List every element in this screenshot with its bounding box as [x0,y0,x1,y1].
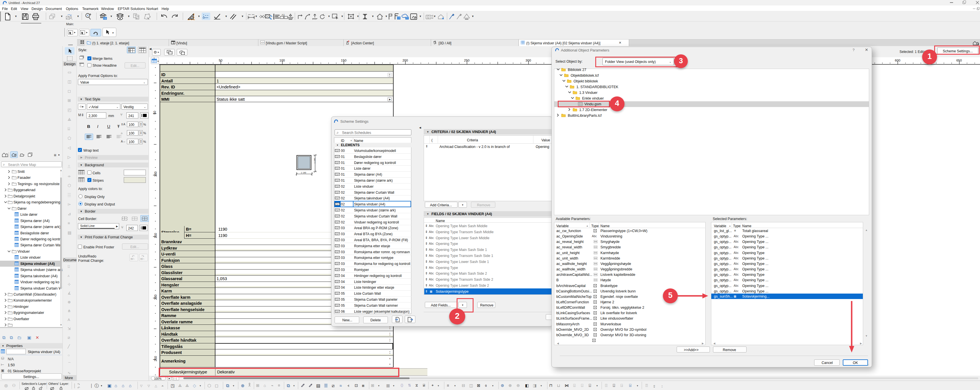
svg-text:on: on [427,17,430,19]
svg-text:A1: A1 [282,13,285,16]
svg-text:</>: </> [261,41,264,44]
